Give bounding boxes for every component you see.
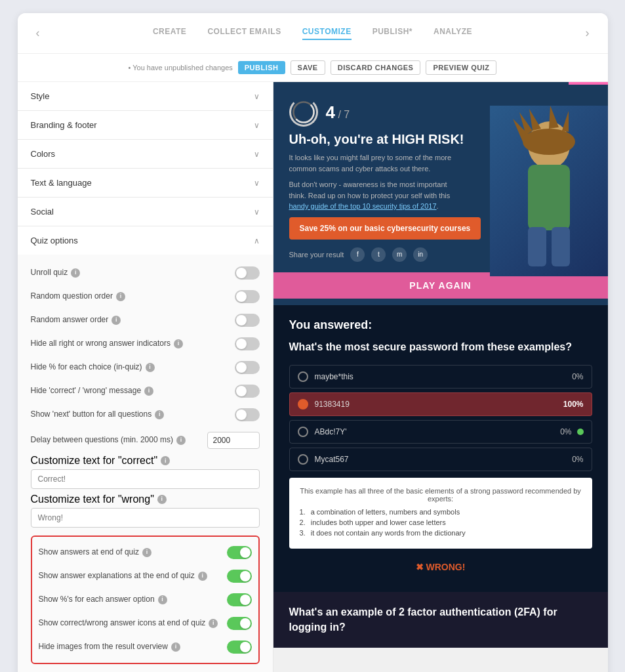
option-hide-indicators-row: Hide all right or wrong answer indicator… [31, 332, 260, 356]
option-show-explanations-row: Show answer explanations at the end of q… [39, 564, 252, 588]
option-random-a-label: Random answer order i [31, 315, 228, 326]
style-header[interactable]: Style ∨ [18, 82, 273, 110]
unroll-toggle[interactable] [235, 266, 260, 280]
unroll-info-icon[interactable]: i [71, 268, 80, 278]
tab-analyze[interactable]: ANALYZE [433, 27, 472, 40]
text-header[interactable]: Text & language ∨ [18, 169, 273, 197]
colors-section: Colors ∨ [18, 140, 273, 169]
radio-2 [298, 399, 308, 410]
show-icons-toggle[interactable] [227, 617, 252, 630]
show-answers-end-toggle[interactable] [227, 546, 252, 559]
option-show-icons-row: Show correct/wrong answer icons at end o… [39, 612, 252, 635]
tab-collect-emails[interactable]: COLLECT EMAILS [207, 27, 281, 40]
show-icons-info-icon[interactable]: i [209, 619, 218, 628]
random-a-toggle[interactable] [235, 314, 260, 327]
preview-area: 4 / 7 Uh-oh, you're at HIGH RISK! It loo… [273, 82, 608, 672]
answer-option-1-pct: 0% [572, 372, 583, 381]
option-hide-images-row: Hide images from the result overview i [39, 635, 252, 659]
show-pct-toggle[interactable] [227, 593, 252, 606]
show-next-info-icon[interactable]: i [155, 410, 164, 419]
score-circle [289, 98, 318, 127]
show-explanations-info-icon[interactable]: i [198, 572, 207, 581]
answer-option-2[interactable]: 91383419 100% [289, 392, 592, 416]
tab-customize[interactable]: CUSTOMIZE [302, 27, 352, 40]
colors-chevron: ∨ [254, 150, 260, 159]
correct-text-info-icon[interactable]: i [161, 456, 170, 465]
wrong-text-input[interactable] [31, 508, 260, 528]
question-text: What's the most secure password from the… [289, 340, 592, 354]
social-section: Social ∨ [18, 198, 273, 226]
hide-indicators-toggle[interactable] [235, 337, 260, 350]
content-area: Style ∨ Branding & footer ∨ Colors ∨ [18, 82, 608, 672]
explanation-list: 1. a combination of letters, numbers and… [300, 508, 582, 537]
preview-button[interactable]: PREVIEW QUIZ [426, 60, 496, 75]
quiz-options-content: Unroll quiz i Random question order i [18, 255, 273, 672]
option-delay-row: Delay between questions (min. 2000 ms) i [31, 427, 260, 454]
option-hide-pct-label: Hide % for each choice (in-quiz) i [31, 362, 228, 373]
option-correct-text-label: Customize text for "correct" i [31, 454, 260, 468]
answer-option-3[interactable]: ABdc!7Y' 0% [289, 420, 592, 444]
tab-create[interactable]: CREATE [153, 27, 186, 40]
tab-publish[interactable]: PUBLISH* [373, 27, 413, 40]
show-pct-info-icon[interactable]: i [158, 595, 167, 604]
quiz-options-label: Quiz options [31, 236, 78, 245]
facebook-icon[interactable]: f [350, 247, 365, 262]
score-display: 4 / 7 [326, 102, 350, 123]
option-wrong-text-label: Customize text for "wrong" i [31, 493, 260, 507]
nav-back-arrow[interactable]: ‹ [31, 24, 45, 43]
hide-indicators-info-icon[interactable]: i [174, 339, 183, 348]
save-button[interactable]: SAVE [291, 60, 325, 75]
delay-input[interactable] [207, 432, 260, 449]
show-next-toggle[interactable] [235, 408, 260, 421]
random-a-info-icon[interactable]: i [111, 316, 121, 325]
hide-correct-wrong-info-icon[interactable]: i [144, 387, 153, 396]
twitter-icon[interactable]: t [371, 247, 386, 262]
radio-4 [298, 454, 308, 465]
discard-button[interactable]: DISCARD CHANGES [331, 60, 421, 75]
hide-pct-info-icon[interactable]: i [146, 363, 155, 372]
result-link[interactable]: handy guide of the top 10 security tips … [289, 202, 437, 210]
answer-option-1[interactable]: maybe*this 0% [289, 365, 592, 388]
social-header[interactable]: Social ∨ [18, 198, 273, 226]
show-answers-end-info-icon[interactable]: i [142, 548, 151, 557]
text-label: Text & language [31, 178, 92, 188]
hide-correct-wrong-toggle[interactable] [235, 385, 260, 398]
correct-text-input[interactable] [31, 469, 260, 489]
option-hide-correct-wrong-row: Hide 'correct' / 'wrong' message i [31, 379, 260, 403]
list-number-2: 2. [300, 518, 306, 526]
quiz-options-header[interactable]: Quiz options ∧ [18, 226, 273, 255]
top-nav: ‹ CREATE COLLECT EMAILS CUSTOMIZE PUBLIS… [18, 13, 608, 54]
style-chevron: ∨ [254, 92, 260, 101]
answer-option-4-left: Mycat567 [298, 454, 349, 465]
hide-pct-toggle[interactable] [235, 361, 260, 374]
branding-chevron: ∨ [254, 121, 260, 130]
hide-images-info-icon[interactable]: i [171, 642, 180, 652]
delay-info-icon[interactable]: i [176, 436, 186, 445]
social-label: Social [31, 207, 54, 217]
answer-option-4[interactable]: Mycat567 0% [289, 448, 592, 471]
explanation-box: This example has all three of the basic … [289, 478, 592, 549]
nav-forward-arrow[interactable]: › [580, 24, 595, 43]
score-total: 7 [344, 109, 350, 120]
hide-images-toggle[interactable] [227, 640, 252, 654]
show-explanations-toggle[interactable] [227, 570, 252, 583]
explanation-item-1: 1. a combination of letters, numbers and… [300, 508, 582, 516]
option-hide-images-label: Hide images from the result overview i [39, 642, 220, 652]
wrong-text-info-icon[interactable]: i [157, 495, 167, 504]
option-random-q-label: Random question order i [31, 291, 228, 302]
result-cta-button[interactable]: Save 25% on our basic cybersecurity cour… [289, 217, 481, 240]
answer-option-3-text: ABdc!7Y' [315, 427, 347, 436]
linkedin-icon[interactable]: in [413, 247, 428, 262]
publish-button[interactable]: PUBLISH [238, 61, 285, 74]
random-q-info-icon[interactable]: i [116, 292, 125, 301]
random-q-toggle[interactable] [235, 290, 260, 303]
option-hide-indicators-label: Hide all right or wrong answer indicator… [31, 339, 228, 349]
you-answered-header: You answered: [289, 318, 592, 332]
result-desc2: But don't worry - awareness is the most … [289, 179, 460, 212]
option-show-icons-label: Show correct/wrong answer icons at end o… [39, 618, 220, 629]
messenger-icon[interactable]: m [392, 247, 407, 262]
colors-header[interactable]: Colors ∨ [18, 140, 273, 168]
option-wrong-text-group: Customize text for "wrong" i [31, 493, 260, 532]
branding-header[interactable]: Branding & footer ∨ [18, 111, 273, 139]
explanation-item-3-text: it does not contain any words from the d… [311, 529, 466, 537]
